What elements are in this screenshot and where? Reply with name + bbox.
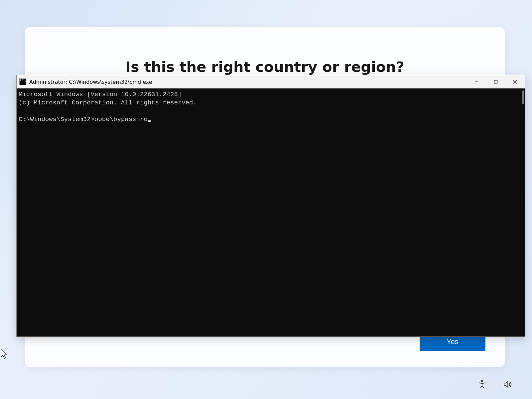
svg-point-4 [481, 380, 483, 382]
oobe-title: Is this the right country or region? [25, 59, 505, 75]
minimize-button[interactable] [467, 75, 486, 88]
cmd-prompt: C:\Windows\System32> [19, 116, 94, 123]
svg-rect-1 [494, 80, 497, 83]
system-tray [476, 378, 514, 392]
cmd-input-text: oobe\bypassnro [94, 116, 148, 123]
maximize-button[interactable] [486, 75, 505, 88]
cmd-window: Administrator: C:\Windows\system32\cmd.e… [16, 75, 525, 337]
close-button[interactable] [505, 75, 525, 88]
terminal-scrollbar[interactable] [522, 90, 524, 104]
cmd-icon [19, 78, 26, 85]
cmd-titlebar[interactable]: Administrator: C:\Windows\system32\cmd.e… [17, 75, 525, 88]
text-cursor [148, 120, 151, 122]
mouse-cursor-icon [1, 349, 8, 360]
cmd-output-line: (c) Microsoft Corporation. All rights re… [19, 99, 197, 106]
cmd-output-line: Microsoft Windows [Version 10.0.22631.24… [19, 91, 182, 98]
cmd-window-title: Administrator: C:\Windows\system32\cmd.e… [29, 79, 152, 85]
cmd-terminal[interactable]: Microsoft Windows [Version 10.0.22631.24… [17, 88, 525, 336]
volume-icon[interactable] [501, 378, 514, 392]
accessibility-icon[interactable] [476, 378, 488, 392]
